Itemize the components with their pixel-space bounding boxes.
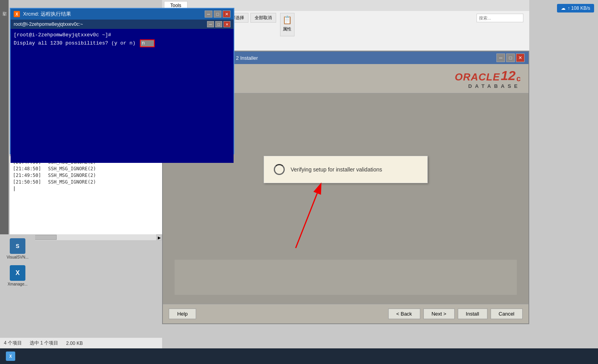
log-time-1: [21:48:50]: [13, 166, 42, 171]
log-cursor-line: |: [13, 186, 159, 191]
visual-svn-letter: S: [16, 243, 19, 249]
oracle-logo-12: 12: [501, 68, 516, 83]
log-section: [21:47:50] SSH_MSG_IGNORE(2) [21:48:50] …: [10, 156, 162, 234]
search-input[interactable]: [477, 14, 523, 22]
xrcmd-win-controls: ─ □ ✕: [205, 11, 230, 18]
visual-svn-label: VisualSVN...: [7, 255, 29, 259]
xrcmd-titlebar: X Xrcmd: 远程执行结果 ─ □ ✕: [11, 9, 234, 20]
taskbar: X: [0, 348, 598, 364]
terminal-controls: ─ □ ✕: [207, 21, 230, 27]
terminal-input-indicator[interactable]: n: [140, 39, 155, 47]
progress-area: [175, 260, 517, 295]
log-entry-2: [21:49:50] SSH_MSG_IGNORE(2): [13, 173, 159, 178]
oracle-minimize-btn[interactable]: ─: [496, 54, 505, 62]
oracle-win-controls: ─ □ ✕: [496, 54, 525, 62]
file-size: 2.00 KB: [66, 341, 83, 346]
log-time-2: [21:49:50]: [13, 173, 42, 178]
terminal-display-text: Display all 1230 possibilities? (y or n): [14, 40, 136, 46]
terminal-minimize-btn[interactable]: ─: [207, 21, 214, 27]
verify-dialog: Verifying setup for installer validation…: [264, 156, 428, 183]
loading-spinner: [274, 164, 285, 175]
oracle-logo-c: c: [516, 74, 521, 83]
next-button[interactable]: Next >: [423, 309, 455, 319]
log-msg-2: SSH_MSG_IGNORE(2): [48, 173, 96, 178]
xrcmd-content: [root@i-2zehpomw8eyjqtxxev0c ~]# Display…: [11, 29, 234, 163]
xmanage-img: X: [10, 265, 25, 281]
terminal-close-btn[interactable]: ✕: [223, 21, 230, 27]
oracle-restore-btn[interactable]: □: [506, 54, 515, 62]
btn-properties[interactable]: 📋 属性: [280, 13, 295, 36]
log-msg-3: SSH_MSG_IGNORE(2): [48, 179, 96, 185]
cloud-icon: ☁: [561, 5, 566, 11]
network-speed-indicator: ☁ ↑ 108 KB/s: [557, 4, 594, 12]
oracle-logo: ORACLE 12 c DATABASE: [455, 68, 521, 89]
terminal-prompt-line: [root@i-2zehpomw8eyjqtxxev0c ~]#: [14, 32, 230, 38]
file-selected: 选中 1 个项目: [30, 340, 58, 346]
taskbar-item-xmanage[interactable]: X: [0, 350, 21, 363]
xrcmd-maximize-btn[interactable]: □: [214, 11, 221, 18]
taskbar-xmanage-icon: X: [6, 352, 15, 361]
oracle-logo-text: ORACLE: [455, 71, 500, 83]
file-count: 4 个项目: [4, 340, 22, 346]
visual-svn-img: S: [10, 238, 25, 254]
oracle-logo-database: DATABASE: [468, 83, 521, 89]
xrcmd-app-icon: X: [14, 11, 20, 17]
oracle-logo-brand: ORACLE 12 c: [455, 68, 521, 83]
file-manager-statusbar: 4 个项目 选中 1 个项目 2.00 KB: [0, 337, 162, 348]
visual-svn-icon[interactable]: S VisualSVN...: [7, 238, 29, 259]
terminal-input-char: n: [142, 40, 145, 46]
btn-deselect[interactable]: 全部取消: [250, 13, 276, 23]
verify-text: Verifying setup for installer validation…: [291, 166, 382, 173]
xrcmd-minimize-btn[interactable]: ─: [205, 11, 212, 18]
annotation-arrow-svg: [257, 174, 335, 252]
xrcmd-title-text: Xrcmd: 远程执行结果: [23, 11, 71, 18]
log-entry-3: [21:50:50] SSH_MSG_IGNORE(2): [13, 179, 159, 185]
back-button[interactable]: < Back: [388, 309, 420, 319]
help-button[interactable]: Help: [169, 309, 196, 319]
xrcmd-close-btn[interactable]: ✕: [223, 11, 230, 18]
svg-line-9: [296, 193, 317, 248]
xmanage-label: Xmanage...: [7, 282, 27, 286]
terminal-maximize-btn[interactable]: □: [215, 21, 222, 27]
log-scrollbar-arrow-right[interactable]: ▶: [156, 234, 162, 240]
oracle-close-btn[interactable]: ✕: [516, 54, 525, 62]
search-area: [477, 14, 523, 22]
xrcmd-window: X Xrcmd: 远程执行结果 ─ □ ✕ root@i-2zehpomw8ey…: [10, 8, 234, 154]
log-time-3: [21:50:50]: [13, 179, 42, 185]
left-app-column: S VisualSVN... X Xmanage...: [0, 234, 35, 312]
log-entry-1: [21:48:50] SSH_MSG_IGNORE(2): [13, 166, 159, 171]
oracle-footer: Help < Back Next > Install Cancel: [163, 304, 528, 323]
install-button[interactable]: Install: [458, 309, 487, 319]
xmanage-icon[interactable]: X Xmanage...: [7, 265, 27, 286]
properties-icon: 📋: [282, 15, 292, 25]
xmanage-letter: X: [16, 269, 20, 277]
cursor-block: [148, 40, 153, 46]
sidebar-strip: 连: [0, 0, 9, 234]
ribbon-group-properties: 📋 属性: [280, 13, 295, 36]
cancel-button[interactable]: Cancel: [491, 309, 523, 319]
terminal-prompt-text: [root@i-2zehpomw8eyjqtxxev0c ~]#: [14, 32, 111, 38]
terminal-title-text: root@i-2zehpomw8eyjqtxxev0c:~: [14, 21, 83, 27]
log-msg-1: SSH_MSG_IGNORE(2): [48, 166, 96, 171]
xrcmd-title-left: X Xrcmd: 远程执行结果: [14, 11, 71, 18]
terminal-titlebar: root@i-2zehpomw8eyjqtxxev0c:~ ─ □ ✕: [11, 20, 234, 29]
terminal-display-line: Display all 1230 possibilities? (y or n)…: [14, 39, 230, 47]
